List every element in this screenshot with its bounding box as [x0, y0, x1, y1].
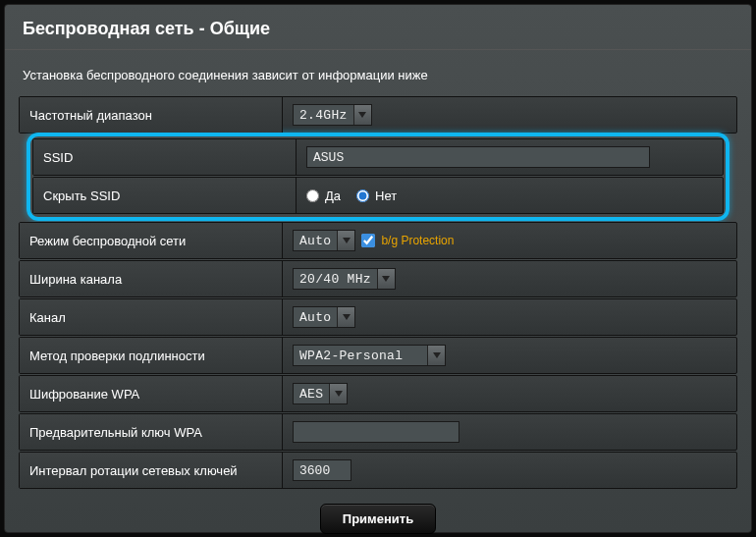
page-title: Беспроводная сеть - Общие	[5, 5, 751, 49]
checkbox-bg-protection[interactable]	[361, 234, 375, 247]
chevron-down-icon[interactable]	[329, 384, 347, 403]
radio-hide-yes[interactable]	[306, 189, 319, 202]
select-band[interactable]: 2.4GHz	[293, 104, 372, 126]
row-ssid: SSID	[32, 138, 724, 176]
chevron-down-icon[interactable]	[377, 269, 395, 289]
select-width-value: 20/40 MHz	[294, 272, 377, 287]
chevron-down-icon[interactable]	[337, 307, 354, 327]
select-auth-value: WPA2-Personal	[294, 349, 427, 363]
row-hide-ssid: Скрыть SSID Да Нет	[32, 177, 724, 214]
highlight-box: SSID Скрыть SSID Да Нет	[27, 133, 729, 221]
chevron-down-icon[interactable]	[427, 346, 445, 365]
label-auth: Метод проверки подлинности	[20, 338, 283, 373]
label-band: Частотный диапазон	[20, 97, 283, 133]
label-channel: Канал	[20, 299, 283, 335]
psk-input[interactable]	[293, 421, 459, 443]
page-description: Установка беспроводного соединения завис…	[5, 68, 751, 96]
chevron-down-icon[interactable]	[337, 231, 354, 250]
select-channel-value: Auto	[294, 310, 337, 325]
row-width: Ширина канала 20/40 MHz	[19, 260, 737, 297]
select-auth[interactable]: WPA2-Personal	[293, 345, 446, 366]
select-channel[interactable]: Auto	[293, 306, 355, 328]
settings-table: Частотный диапазон 2.4GHz SSID	[19, 96, 737, 489]
rekey-input[interactable]	[293, 459, 351, 481]
row-channel: Канал Auto	[19, 298, 737, 336]
label-ssid: SSID	[33, 139, 297, 175]
apply-button[interactable]: Применить	[320, 504, 436, 534]
select-encrypt-value: AES	[294, 387, 329, 402]
select-mode[interactable]: Auto	[293, 230, 355, 251]
select-band-value: 2.4GHz	[294, 108, 353, 123]
label-mode: Режим беспроводной сети	[20, 223, 283, 258]
row-encrypt: Шифрование WPA AES	[19, 375, 737, 412]
row-psk: Предварительный ключ WPA	[19, 413, 737, 451]
radio-hide-no[interactable]	[356, 189, 369, 202]
select-mode-value: Auto	[294, 234, 337, 248]
label-hide-ssid: Скрыть SSID	[33, 178, 297, 213]
divider	[5, 49, 751, 50]
ssid-input[interactable]	[306, 146, 650, 168]
bg-protection-label: b/g Protection	[381, 234, 454, 247]
row-rekey: Интервал ротации сетевых ключей	[19, 452, 737, 489]
label-psk: Предварительный ключ WPA	[20, 414, 283, 450]
row-mode: Режим беспроводной сети Auto b/g Protect…	[19, 222, 737, 259]
radio-hide-no-label: Нет	[375, 188, 397, 203]
wireless-general-panel: Беспроводная сеть - Общие Установка бесп…	[4, 4, 752, 533]
select-width[interactable]: 20/40 MHz	[293, 268, 396, 290]
label-encrypt: Шифрование WPA	[20, 376, 283, 411]
select-encrypt[interactable]: AES	[293, 383, 348, 404]
label-width: Ширина канала	[20, 261, 283, 296]
row-auth: Метод проверки подлинности WPA2-Personal	[19, 337, 737, 374]
radio-hide-yes-label: Да	[325, 188, 341, 203]
label-rekey: Интервал ротации сетевых ключей	[20, 453, 283, 488]
chevron-down-icon[interactable]	[353, 105, 371, 125]
row-band: Частотный диапазон 2.4GHz	[19, 96, 737, 134]
